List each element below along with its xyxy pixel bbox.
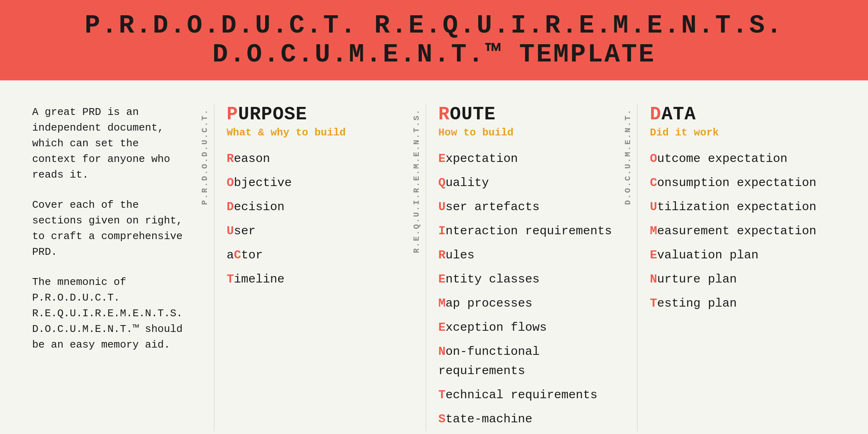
list-item: Objective	[227, 171, 401, 195]
col1-title-red: P	[227, 104, 238, 125]
list-item: Measurement expectation	[650, 219, 824, 243]
list-item: aCtor	[227, 243, 401, 267]
col1-items: Reason Objective Decision User aCtor Tim…	[227, 147, 401, 291]
page-title: P.R.D.O.D.U.C.T. R.E.Q.U.I.R.E.M.E.N.T.S…	[24, 11, 844, 69]
col3-header: DATA Did it work	[650, 104, 824, 139]
list-item: Utilization expectation	[650, 195, 824, 219]
list-item: User	[227, 219, 401, 243]
column-data: DATA Did it work Outcome expectation Con…	[637, 104, 836, 431]
list-item: Expectation	[438, 147, 612, 171]
col2-title: ROUTE	[438, 104, 612, 125]
intro-paragraph-1: A great PRD is an independent document, …	[32, 104, 185, 183]
col1-title: PURPOSE	[227, 104, 401, 125]
col2-header: ROUTE How to build	[438, 104, 612, 139]
col3-wrapper: D.O.C.U.M.E.N.T. DATA Did it work Outcom…	[624, 104, 836, 431]
col2-items: Expectation Quality User artefacts Inter…	[438, 147, 612, 431]
column-purpose: PURPOSE What & why to build Reason Objec…	[214, 104, 413, 431]
col2-wrapper: R.E.Q.U.I.R.E.M.E.N.T.S. ROUTE How to bu…	[413, 104, 624, 431]
col3-title-red: D	[650, 104, 661, 125]
list-item: Consumption expectation	[650, 171, 824, 195]
col3-subtitle: Did it work	[650, 127, 824, 139]
col1-title-rest: URPOSE	[238, 104, 307, 125]
col2-vertical-label: R.E.Q.U.I.R.E.M.E.N.T.S.	[413, 108, 421, 253]
col3-items: Outcome expectation Consumption expectat…	[650, 147, 824, 315]
list-item: State-machine	[438, 407, 612, 431]
list-item: User artefacts	[438, 195, 612, 219]
list-item: Testing plan	[650, 291, 824, 315]
col2-title-rest: OUTE	[450, 104, 495, 125]
col3-vertical-label-container: D.O.C.U.M.E.N.T.	[624, 104, 637, 431]
list-item: Non-functional requirements	[438, 340, 612, 383]
list-item: Quality	[438, 171, 612, 195]
list-item: Timeline	[227, 267, 401, 291]
list-item: Exception flows	[438, 315, 612, 340]
col3-title: DATA	[650, 104, 824, 125]
list-item: Outcome expectation	[650, 147, 824, 171]
list-item: Reason	[227, 147, 401, 171]
list-item: Evaluation plan	[650, 243, 824, 267]
columns-area: P.R.D.O.D.U.C.T. PURPOSE What & why to b…	[201, 104, 836, 431]
list-item: Interaction requirements	[438, 219, 612, 243]
col3-title-rest: ATA	[661, 104, 696, 125]
list-item: Nurture plan	[650, 267, 824, 291]
col1-wrapper: P.R.D.O.D.U.C.T. PURPOSE What & why to b…	[201, 104, 413, 431]
list-item: Decision	[227, 195, 401, 219]
col1-vertical-label: P.R.D.O.D.U.C.T.	[201, 108, 209, 205]
intro-section: A great PRD is an independent document, …	[32, 104, 201, 431]
page-header: P.R.D.O.D.U.C.T. R.E.Q.U.I.R.E.M.E.N.T.S…	[0, 0, 868, 80]
list-item: Technical requirements	[438, 383, 612, 407]
list-item: Map processes	[438, 291, 612, 315]
column-route: ROUTE How to build Expectation Quality U…	[426, 104, 624, 431]
intro-paragraph-2: Cover each of the sections given on righ…	[32, 197, 185, 260]
col3-vertical-label: D.O.C.U.M.E.N.T.	[624, 108, 632, 205]
list-item: Rules	[438, 243, 612, 267]
intro-paragraph-3: The mnemonic of P.R.O.D.U.C.T. R.E.Q.U.I…	[32, 274, 185, 353]
col1-vertical-label-container: P.R.D.O.D.U.C.T.	[201, 104, 214, 431]
list-item: Entity classes	[438, 267, 612, 291]
col1-header: PURPOSE What & why to build	[227, 104, 401, 139]
col2-subtitle: How to build	[438, 127, 612, 139]
col2-title-red: R	[438, 104, 450, 125]
col2-vertical-label-container: R.E.Q.U.I.R.E.M.E.N.T.S.	[413, 104, 426, 431]
main-content: A great PRD is an independent document, …	[0, 80, 868, 434]
col1-subtitle: What & why to build	[227, 127, 401, 139]
